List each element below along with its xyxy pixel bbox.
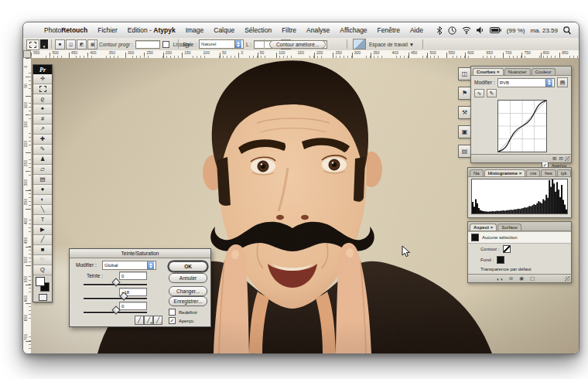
eyedropper-tool[interactable]: ↗ — [33, 125, 52, 135]
aspect-tab-0[interactable]: Aspect × — [470, 224, 497, 230]
style-select-stepper[interactable] — [234, 40, 241, 48]
app-menu[interactable]: PhotoRetouch — [44, 26, 87, 34]
page-icon[interactable]: ▢ — [530, 275, 535, 282]
refine-edge-button[interactable]: Contour amélioré... — [269, 40, 326, 49]
lightness-slider[interactable] — [84, 312, 147, 313]
gradient-tool[interactable]: ▤ — [33, 175, 52, 185]
hue-input[interactable]: 0 — [119, 271, 147, 280]
clone-stamp-tool[interactable]: ♟ — [33, 155, 52, 165]
type-tool[interactable]: T — [33, 215, 52, 225]
menu-item-8[interactable]: Fenêtre — [378, 26, 400, 34]
blend-icon[interactable]: ◐◑ — [497, 276, 503, 282]
path-selection-tool[interactable]: ▶ — [33, 225, 52, 235]
magic-wand-tool[interactable]: ✦ — [33, 104, 52, 114]
stroke-row[interactable]: Contour : — [468, 244, 571, 254]
lightness-input[interactable]: 0 — [119, 302, 147, 310]
fill-swatch[interactable] — [497, 256, 504, 264]
shape-tool[interactable]: ■ — [33, 245, 52, 255]
crop-tool[interactable]: # — [33, 114, 52, 125]
clock-icon[interactable] — [448, 26, 456, 35]
dock-image-icon[interactable]: ▣ — [458, 125, 471, 138]
selection-mode-subtract[interactable]: ◩ — [77, 39, 87, 50]
eraser-tool[interactable]: ▱ — [33, 165, 52, 175]
spotlight-icon[interactable] — [563, 26, 571, 35]
eyedropper-subtract-icon[interactable]: ╱- — [153, 316, 162, 325]
aspect-tab-1[interactable]: Surface — [497, 224, 521, 230]
histogram-tab-0[interactable]: Na — [470, 169, 484, 176]
workspace-icon[interactable] — [353, 39, 366, 50]
channel-select[interactable]: RVB — [497, 78, 555, 87]
dialog-title[interactable]: Teinte/Saturation — [70, 249, 210, 258]
histogram-tab-3[interactable]: hes — [541, 169, 556, 176]
pen-tool[interactable]: ╲ — [33, 205, 52, 215]
menu-item-5[interactable]: Filtre — [282, 26, 296, 34]
selection-mode-new[interactable]: ■ — [55, 39, 65, 50]
menu-item-6[interactable]: Analyse — [306, 26, 330, 34]
curves-grid[interactable] — [497, 100, 547, 152]
save-button[interactable]: Enregistrer... — [169, 296, 207, 306]
feather-input[interactable] — [135, 40, 160, 49]
menu-item-3[interactable]: Calque — [214, 26, 234, 34]
battery-icon[interactable] — [490, 27, 501, 33]
saturation-slider[interactable] — [84, 298, 147, 299]
link-icon[interactable]: ◉ — [519, 275, 524, 282]
resize-grip-icon[interactable] — [565, 276, 570, 282]
curve-pencil-icon[interactable]: ✎ — [487, 89, 497, 97]
tool-preset-picker[interactable]: ▾ — [40, 39, 48, 49]
brush-tool[interactable]: ✎ — [33, 145, 52, 155]
curve-point-icon[interactable]: ∿ — [474, 89, 484, 97]
menu-item-1[interactable]: Edition - Atypyk — [128, 26, 176, 34]
redefine-checkbox[interactable]: Redéfinir — [169, 309, 197, 316]
selection-row[interactable]: Aucune sélection — [468, 231, 571, 244]
preview-checkbox[interactable]: ✓Aperçu — [169, 317, 193, 324]
style-select[interactable]: Naturel — [199, 39, 244, 49]
hue-slider[interactable] — [84, 284, 147, 285]
histogram-tab-2[interactable]: ms — [526, 169, 540, 176]
bluetooth-icon[interactable] — [436, 26, 443, 35]
blur-tool[interactable]: ● — [33, 185, 52, 195]
resize-grip-icon[interactable] — [565, 156, 570, 162]
new-preset-icon[interactable]: ⊞ — [552, 155, 556, 162]
delete-icon[interactable]: ⊟ — [559, 155, 563, 162]
fill-row[interactable]: Fond : — [468, 254, 571, 265]
screen-mode-button[interactable] — [33, 292, 52, 302]
selection-swatch[interactable] — [471, 234, 479, 241]
menu-item-7[interactable]: Affichage — [340, 26, 367, 34]
rectangular-marquee-tool[interactable] — [33, 84, 52, 94]
selection-mode-add[interactable]: ◫ — [66, 39, 76, 50]
lasso-tool[interactable]: ϱ — [33, 94, 52, 104]
none-icon[interactable]: ⊘ — [509, 275, 513, 282]
curves-tab-2[interactable]: Couleur — [532, 68, 556, 75]
active-tool-icon[interactable] — [26, 39, 39, 50]
edit-select-stepper[interactable] — [147, 261, 154, 269]
cancel-button[interactable]: Annuler — [169, 273, 207, 283]
dock-tools-icon[interactable]: ⚒ — [458, 106, 471, 119]
selection-mode-intersect[interactable]: ▦ — [87, 39, 97, 50]
histogram-tab-4[interactable]: tyk — [557, 169, 571, 176]
edit-select[interactable]: Global — [102, 261, 156, 270]
eyedropper-add-icon[interactable]: ╱+ — [144, 316, 153, 325]
volume-icon[interactable] — [477, 26, 484, 34]
antialias-checkbox[interactable] — [162, 41, 169, 48]
menu-item-0[interactable]: Fichier — [97, 26, 118, 34]
menu-item-4[interactable]: Sélection — [244, 26, 272, 34]
menu-item-9[interactable]: Aide — [410, 26, 423, 34]
curves-tab-0[interactable]: Courbes × — [473, 68, 504, 75]
curves-tab-1[interactable]: Nuancier — [504, 68, 531, 75]
line-tool[interactable]: ╱ — [33, 235, 52, 245]
ok-button[interactable]: OK — [169, 261, 207, 271]
dock-output-icon[interactable]: ▤ — [458, 145, 471, 158]
dock-flag-icon[interactable]: ⚑ — [458, 87, 471, 100]
zoom-tool[interactable]: Q — [33, 265, 52, 275]
workspace-label[interactable]: Espace de travail ▼ — [369, 42, 414, 47]
stroke-swatch[interactable] — [503, 245, 511, 253]
histogram-tab-1[interactable]: Histogramme × — [484, 169, 526, 176]
channel-select-stepper[interactable] — [545, 79, 552, 87]
eyedropper-sample-icon[interactable]: ╱ — [135, 316, 144, 325]
menu-item-2[interactable]: Image — [186, 26, 204, 34]
move-tool[interactable]: ✛ — [33, 74, 52, 84]
dock-columns-icon[interactable]: ◫ — [458, 67, 471, 80]
healing-brush-tool[interactable]: ✚ — [33, 135, 52, 145]
dodge-tool[interactable]: ◐ — [33, 195, 52, 205]
wifi-icon[interactable] — [462, 26, 471, 34]
